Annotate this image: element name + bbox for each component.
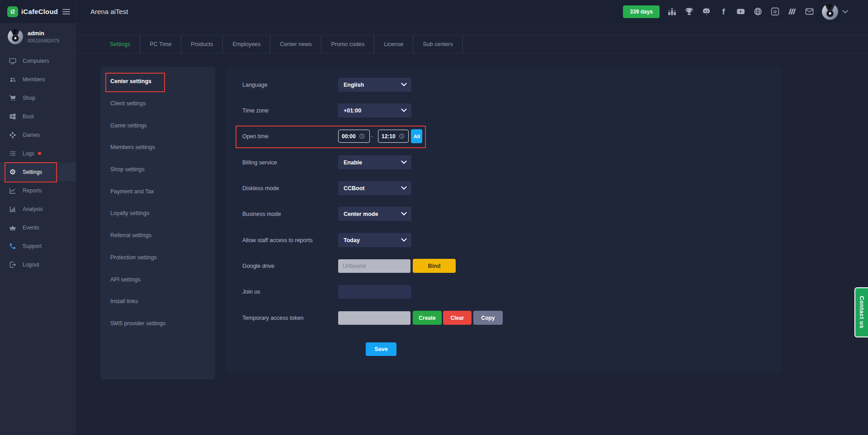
youtube-icon[interactable] [736,7,745,16]
join-us-input[interactable] [338,285,411,299]
sidebar-item-computers[interactable]: Computers [0,51,76,70]
token-input[interactable] [338,311,410,325]
chevron-down-icon [401,210,407,215]
top-bar: i2 iCafeCloud Arena aiTest 339 days f [0,0,868,23]
sidebar-item-games[interactable]: Games [0,126,76,144]
clock-icon [399,133,405,139]
sidebar-item-label: Games [23,132,40,138]
open-time-all-button[interactable]: All [411,129,422,143]
open-time-to-input[interactable]: 12:10 [378,130,409,143]
user-id: 005193482475 [28,38,59,43]
timezone-select[interactable]: +01:00 [338,103,411,117]
chevron-down-icon [401,106,407,112]
open-time-from-input[interactable]: 00:00 [338,130,370,143]
sidebar-item-label: Boot [23,113,34,120]
open-time-row: Open time 00:00 - 12:10 All [242,129,768,143]
svg-text:i2: i2 [774,9,777,14]
join-us-row: Join us [242,285,768,299]
save-button[interactable]: Save [366,342,396,356]
contact-us-tab[interactable]: Contact us [854,287,868,337]
token-label: Temporary access token [242,315,338,321]
sidebar-item-boot[interactable]: Boot [0,107,76,126]
tab-center-news[interactable]: Center news [270,35,321,53]
sidebar-item-members[interactable]: Members [0,70,76,89]
language-select[interactable]: English [338,78,411,92]
staff-reports-row: Allow staff access to reports Today [242,233,768,247]
user-avatar[interactable] [822,4,838,20]
icafecloud-logo-icon[interactable]: i2 [7,6,18,17]
facebook-icon[interactable]: f [719,7,728,16]
sidebar-item-settings[interactable]: ⚙ Settings [0,163,76,181]
license-days-badge[interactable]: 339 days [623,5,660,18]
submenu-loyalty-settings[interactable]: Loyalty settings [100,202,215,225]
mail-icon[interactable] [805,7,814,16]
bar-chart-icon [9,206,16,213]
sidebar-item-label: Analysis [23,206,43,212]
token-clear-button[interactable]: Clear [443,311,472,325]
sidebar-item-shop[interactable]: Shop [0,89,76,107]
phone-icon [9,243,16,250]
sidebar-item-events[interactable]: Events [0,218,76,237]
discord-icon[interactable] [702,7,711,16]
settings-tab-bar: Settings PC Time Products Employees Cent… [76,35,868,54]
diskless-mode-select[interactable]: CCBoot [338,181,411,195]
sidebar-item-analysis[interactable]: Analysis [0,200,76,218]
submenu-payment-and-tax[interactable]: Payment and Tax [100,180,215,202]
sidebar-item-logs[interactable]: Logs [0,144,76,163]
settings-submenu: Center settings Client settings Game set… [100,67,215,379]
submenu-install-links[interactable]: Install links [100,290,215,313]
submenu-center-settings[interactable]: Center settings [100,70,215,93]
submenu-protection-settings[interactable]: Protection settings [100,247,215,269]
sidebar-item-support[interactable]: Support [0,237,76,255]
layers-icon[interactable] [788,7,797,16]
submenu-sms-provider-settings[interactable]: SMS provider settings [100,313,215,335]
brand-zone: i2 iCafeCloud [0,0,76,23]
bind-button[interactable]: Bind [413,259,456,273]
business-mode-select[interactable]: Center mode [338,207,411,221]
sidebar-item-label: Logs [23,150,34,157]
sidebar-item-label: Computers [23,58,49,64]
tab-settings[interactable]: Settings [100,35,140,53]
globe-icon[interactable] [753,7,763,16]
users-icon [9,76,16,83]
sidebar-item-label: Logout [23,262,39,268]
token-create-button[interactable]: Create [413,311,442,325]
tab-products[interactable]: Products [181,35,223,53]
tab-sub-centers[interactable]: Sub centers [413,35,463,53]
sidebar-item-label: Reports [23,187,42,194]
trophy-icon[interactable] [684,7,694,16]
submenu-client-settings[interactable]: Client settings [100,93,215,115]
sidebar-item-logout[interactable]: Logout [0,255,76,274]
tab-pc-time[interactable]: PC Time [140,35,181,53]
ranking-icon[interactable] [667,7,677,16]
token-copy-button[interactable]: Copy [473,311,503,325]
sidebar-item-label: Members [23,76,45,83]
google-drive-input[interactable] [338,259,410,273]
submenu-shop-settings[interactable]: Shop settings [100,159,215,181]
chevron-down-icon [401,158,407,164]
clock-icon [359,133,365,139]
gamepad-icon [9,131,16,139]
monitor-icon [9,57,16,65]
tab-employees[interactable]: Employees [223,35,270,53]
billing-service-row: Billing service Enable [242,155,768,169]
submenu-api-settings[interactable]: API settings [100,268,215,290]
chevron-down-icon[interactable] [842,8,848,14]
tab-promo-codes[interactable]: Promo codes [321,35,374,53]
sidebar-item-reports[interactable]: Reports [0,181,76,200]
sidebar-user[interactable]: admin 005193482475 [0,23,76,44]
tab-license[interactable]: License [374,35,413,53]
chevron-down-icon [401,184,407,190]
list-icon [9,150,16,157]
submenu-members-settings[interactable]: Members settings [100,136,215,159]
icafecloud-site-icon[interactable]: i2 [770,7,780,16]
hamburger-menu-icon[interactable] [62,9,70,14]
staff-reports-select[interactable]: Today [338,233,411,247]
submenu-referral-settings[interactable]: Referral settings [100,225,215,247]
icafecloud-app: i2 iCafeCloud Arena aiTest 339 days f [0,0,868,435]
billing-service-select[interactable]: Enable [338,155,411,169]
sidebar-item-label: Events [23,225,39,231]
diskless-mode-label: Diskless mode [242,185,338,192]
submenu-game-settings[interactable]: Game settings [100,114,215,136]
chevron-down-icon [401,80,407,86]
